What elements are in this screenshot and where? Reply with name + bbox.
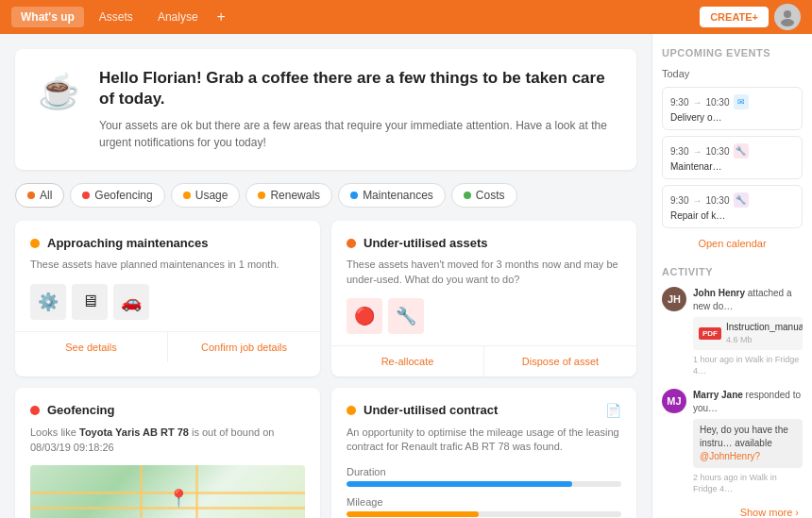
activity-2-avatar: MJ [662,389,686,413]
event-1-time: 9:30 → 10:30 ✉ [670,94,794,109]
activity-1-timestamp: 1 hour ago in Walk in Fridge 4… [693,354,803,377]
open-calendar-link[interactable]: Open calendar [662,234,803,253]
reallocate-button[interactable]: Re-allocate [331,346,484,376]
activity-2: MJ Marry Jane responded to you… Hey, do … [662,389,803,495]
contract-doc-icon: 📄 [605,403,621,418]
filter-all-label: All [40,189,52,202]
filter-maintenances-label: Maintenances [363,189,433,202]
event-2-time: 9:30 → 10:30 🔧 [670,143,794,159]
duration-bar [347,481,621,487]
event-1-name: Delivery o… [670,112,794,123]
duration-fill [347,481,572,487]
chat-bubble: Hey, do you have the instru… available @… [693,419,803,468]
geofencing-pre: Looks like [30,426,79,438]
underutilised-card-header: Under-utilised assets [347,236,621,250]
coffee-icon: ☕ [38,72,80,111]
activity-1-content: John Henry attached a new do… PDF Instru… [693,287,803,377]
filter-renewals[interactable]: Renewals [245,183,332,208]
event-3-arrow: → [692,195,702,206]
map-pin: 📍 [168,488,189,509]
contract-desc: An opportunity to optimise the mileage u… [347,426,621,455]
greeting-title: Hello Florian! Grab a coffee there are a… [99,68,614,109]
filter-maintenances-dot [350,192,358,199]
event-2[interactable]: 9:30 → 10:30 🔧 Maintenar… [662,136,803,179]
maintenances-actions: See details Confirm job details [15,331,320,362]
pdf-name: Instruction_manual… [726,321,803,334]
underutilised-dot [347,239,356,248]
event-2-name: Maintenar… [670,161,794,172]
chat-mention: @JohnHenry? [700,451,760,461]
activity-2-user: Marry Jane [693,390,743,400]
filter-renewals-dot [258,192,265,199]
dispose-button[interactable]: Dispose of asset [484,346,636,376]
user-avatar[interactable] [774,4,801,30]
see-details-button[interactable]: See details [15,332,168,362]
top-nav: What's up Assets Analyse + CREATE+ [0,0,812,34]
map-road-v1 [140,465,143,518]
mileage-bar [347,511,621,517]
filter-all-dot [27,192,35,199]
today-label: Today [662,68,803,79]
event-2-start: 9:30 [670,146,688,157]
nav-assets[interactable]: Assets [90,7,143,27]
event-1[interactable]: 9:30 → 10:30 ✉ Delivery o… [662,87,803,130]
activity-title: ACTIVITY [662,266,803,277]
event-3-time: 9:30 → 10:30 🔧 [670,192,794,208]
maintenances-desc: These assets have planned maintenances i… [30,258,305,272]
underutilised-thumb-1: 🔴 [347,298,382,334]
map-road-v2 [195,465,198,518]
show-more-link[interactable]: Show more › [662,507,803,518]
map-inner: 📍 Toyota Yaris AB RT 78 [30,465,305,518]
event-3-name: Repair of k… [670,210,794,221]
filter-maintenances[interactable]: Maintenances [338,183,446,208]
event-3-icon: 🔧 [734,192,749,208]
underutilised-thumb-2: 🔧 [388,298,424,334]
sidebar: UPCOMING EVENTS Today 9:30 → 10:30 ✉ Del… [651,34,812,518]
pdf-badge: PDF [699,327,721,340]
filter-costs-label: Costs [476,189,505,202]
maintenances-title: Approaching maintenances [47,236,208,250]
duration-label: Duration [347,466,621,477]
geofencing-dot [30,406,40,415]
underutilised-thumbs: 🔴 🔧 [347,298,621,334]
filter-usage-dot [183,192,191,199]
nav-whatsup[interactable]: What's up [11,7,84,27]
mileage-label: Mileage [347,496,621,508]
activity-2-content: Marry Jane responded to you… Hey, do you… [693,389,803,495]
contract-card: Under-utilised contract 📄 An opportunity… [331,388,636,518]
confirm-job-button[interactable]: Confirm job details [168,332,320,362]
filter-costs[interactable]: Costs [451,183,517,208]
geofencing-card-header: Geofencing [30,403,305,417]
main-content: ☕ Hello Florian! Grab a coffee there are… [0,34,651,518]
filter-geofencing-label: Geofencing [94,189,152,202]
nav-add-icon[interactable]: + [213,8,229,25]
filter-geofencing[interactable]: Geofencing [70,183,164,208]
event-1-end: 10:30 [705,97,729,108]
event-2-end: 10:30 [705,146,729,157]
contract-title: Under-utilised contract [364,403,498,417]
create-button[interactable]: CREATE+ [700,7,769,27]
event-2-arrow: → [692,146,702,157]
geofencing-desc: Looks like Toyota Yaris AB RT 78 is out … [30,425,305,456]
underutilised-title: Under-utilised assets [364,236,488,250]
nav-analyse[interactable]: Analyse [148,7,208,27]
filter-all[interactable]: All [15,183,64,208]
duration-section: Duration [347,466,621,487]
maintenances-dot [30,239,40,248]
contract-card-header: Under-utilised contract 📄 [347,403,621,418]
event-3-start: 9:30 [670,195,688,206]
filter-usage[interactable]: Usage [171,183,241,208]
mileage-section: Mileage [347,496,621,517]
event-3-end: 10:30 [705,195,729,206]
cards-grid: Approaching maintenances These assets ha… [15,221,636,518]
greeting-subtitle: Your assets are ok but there are a few a… [99,117,614,151]
event-2-icon: 🔧 [734,143,749,159]
main-layout: ☕ Hello Florian! Grab a coffee there are… [0,34,812,518]
maintenances-card-header: Approaching maintenances [30,236,305,250]
pdf-attachment: PDF Instruction_manual… 4.6 Mb [693,317,803,350]
event-3[interactable]: 9:30 → 10:30 🔧 Repair of k… [662,185,803,228]
geofencing-title: Geofencing [47,403,115,417]
underutilised-card: Under-utilised assets These assets haven… [331,221,636,376]
asset-thumb-1: ⚙️ [30,284,66,320]
underutilised-actions: Re-allocate Dispose of asset [331,345,636,376]
